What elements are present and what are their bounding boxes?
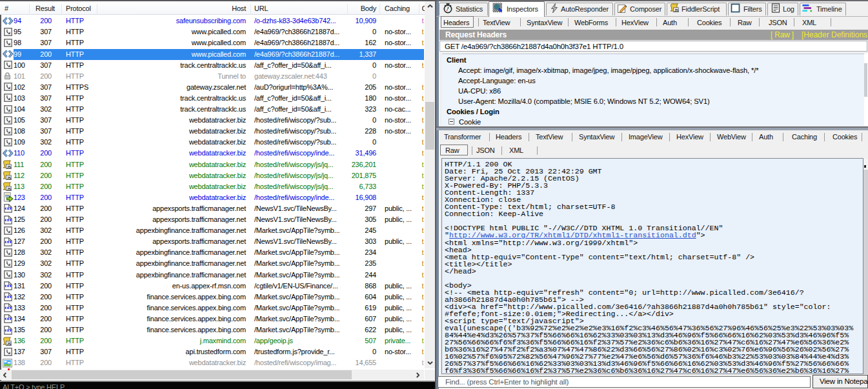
svg-text:JS: JS [7,165,12,169]
svg-text:JS: JS [7,341,12,345]
svg-text:JS: JS [7,176,12,180]
svg-text:JS: JS [7,187,12,191]
svg-text:JS: JS [674,8,679,12]
